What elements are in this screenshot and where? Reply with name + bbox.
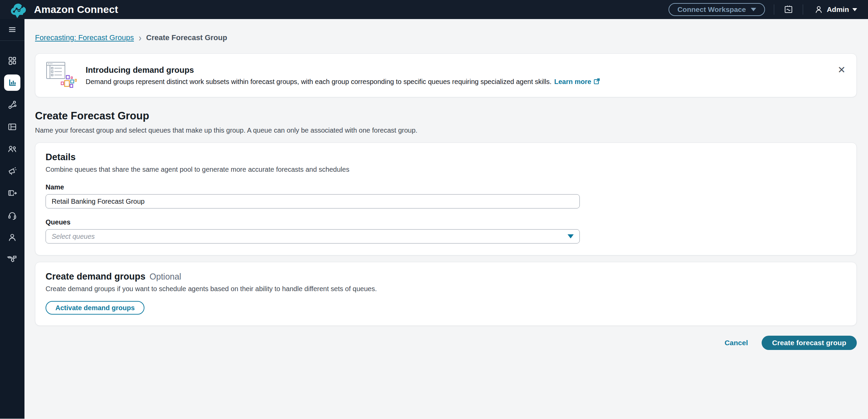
banner-description-text: Demand groups represent distinct work su… <box>86 78 552 85</box>
learn-more-link[interactable]: Learn more <box>554 78 600 85</box>
sidebar <box>0 19 24 419</box>
details-card: Details Combine queues that share the sa… <box>35 143 857 255</box>
main-content: Forecasting: Forecast Groups › Create Fo… <box>24 19 868 419</box>
sidebar-item-profile[interactable] <box>4 229 20 246</box>
topbar-right: Connect Workspace Admin <box>669 3 859 16</box>
sidebar-item-analytics[interactable] <box>4 74 20 91</box>
window-list-illustration-icon <box>46 60 79 91</box>
activate-demand-groups-button[interactable]: Activate demand groups <box>46 301 144 315</box>
external-link-icon <box>593 78 600 85</box>
amazon-connect-logo <box>9 1 29 19</box>
create-forecast-group-button[interactable]: Create forecast group <box>762 336 857 350</box>
hamburger-menu-icon <box>7 24 17 35</box>
learn-more-label: Learn more <box>554 78 591 85</box>
person-icon <box>7 232 17 242</box>
sidebar-item-routing-profiles[interactable] <box>4 97 20 113</box>
book-export-icon <box>7 188 17 198</box>
sidebar-item-directory[interactable] <box>4 185 20 201</box>
breadcrumb: Forecasting: Forecast Groups › Create Fo… <box>35 33 857 42</box>
banner-description: Demand groups represent distinct work su… <box>86 78 600 86</box>
top-bar: Amazon Connect Connect Workspace Admin <box>0 0 868 19</box>
breadcrumb-link-forecast-groups[interactable]: Forecasting: Forecast Groups <box>35 33 134 42</box>
divider <box>774 4 774 15</box>
routing-flow-icon <box>7 100 17 110</box>
megaphone-icon <box>7 166 17 176</box>
chevron-down-icon <box>852 8 857 11</box>
demand-groups-card: Create demand groups Optional Create dem… <box>35 262 857 326</box>
sidebar-item-layout[interactable] <box>4 119 20 135</box>
page-title: Create Forecast Group <box>35 110 857 122</box>
connect-workspace-label: Connect Workspace <box>677 5 746 14</box>
users-icon <box>7 144 17 154</box>
sidebar-item-menu[interactable] <box>7 19 17 40</box>
name-label: Name <box>46 183 846 191</box>
person-icon <box>814 5 823 14</box>
layout-panels-icon <box>7 122 17 132</box>
app-title: Amazon Connect <box>34 4 118 15</box>
cancel-button[interactable]: Cancel <box>725 339 748 347</box>
bar-chart-icon <box>7 78 17 88</box>
sidebar-item-campaigns[interactable] <box>4 163 20 179</box>
demand-title-row: Create demand groups Optional <box>46 271 846 282</box>
chevron-down-icon <box>751 8 756 11</box>
chevron-right-icon: › <box>139 33 141 43</box>
phone-message-icon <box>7 254 17 265</box>
demand-description: Create demand groups if you want to sche… <box>46 285 846 293</box>
connect-workspace-button[interactable]: Connect Workspace <box>669 3 765 16</box>
demand-groups-banner: Introducing demand groups Demand groups … <box>35 53 857 97</box>
sidebar-nav <box>4 41 20 273</box>
demand-title: Create demand groups <box>46 271 145 282</box>
divider <box>803 4 803 15</box>
details-description: Combine queues that share the same agent… <box>46 166 846 173</box>
details-title: Details <box>46 152 846 163</box>
banner-text: Introducing demand groups Demand groups … <box>86 65 600 86</box>
sidebar-item-contacts[interactable] <box>4 251 20 268</box>
headset-icon <box>7 210 17 220</box>
sidebar-item-users[interactable] <box>4 141 20 157</box>
queues-label: Queues <box>46 218 846 226</box>
dashboard-icon <box>7 55 17 66</box>
admin-label: Admin <box>827 5 849 14</box>
admin-menu-button[interactable]: Admin <box>812 4 859 15</box>
breadcrumb-current: Create Forecast Group <box>146 33 227 42</box>
sidebar-item-dashboard[interactable] <box>4 52 20 69</box>
page-description: Name your forecast group and select queu… <box>35 127 857 134</box>
chevron-down-icon <box>568 234 574 238</box>
sidebar-item-agent-headset[interactable] <box>4 207 20 223</box>
banner-close-button[interactable]: ✕ <box>836 64 847 76</box>
name-input[interactable] <box>46 194 580 208</box>
footer-actions: Cancel Create forecast group <box>35 336 857 350</box>
optional-tag: Optional <box>150 272 181 282</box>
brand: Amazon Connect <box>9 0 118 19</box>
metrics-board-button[interactable] <box>783 4 794 15</box>
queues-select[interactable]: Select queues <box>46 229 580 244</box>
metrics-board-icon <box>783 4 794 15</box>
queues-placeholder: Select queues <box>52 233 95 240</box>
banner-title: Introducing demand groups <box>86 65 600 75</box>
